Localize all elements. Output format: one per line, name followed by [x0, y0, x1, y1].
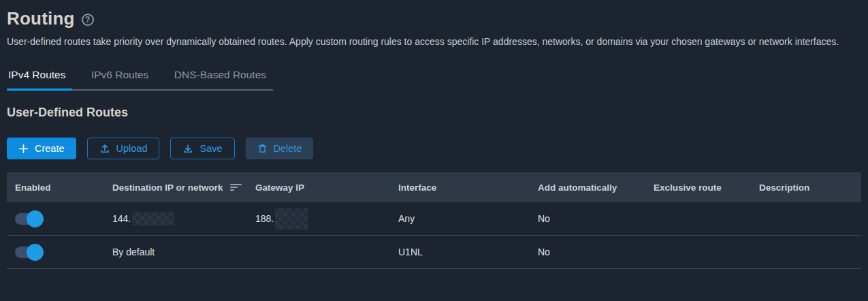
routes-table: Enabled Destination IP or network Gatewa… [7, 172, 861, 269]
column-header-gateway: Gateway IP [247, 183, 390, 193]
upload-button-label: Upload [116, 143, 148, 154]
destination-cell: 144. [104, 212, 247, 225]
tab-dns-based-routes[interactable]: DNS-Based Routes [167, 63, 273, 91]
add-automatically-cell: No [530, 247, 645, 257]
create-button-label: Create [35, 143, 65, 154]
column-header-description: Description [751, 183, 861, 193]
routing-page: Routing ? User-defined routes take prior… [0, 0, 868, 269]
page-title: Routing [7, 8, 75, 29]
tab-ipv4-routes[interactable]: IPv4 Routes [7, 63, 72, 91]
delete-button-label: Delete [274, 143, 302, 154]
routes-toolbar: Create Upload Save Delete [7, 138, 861, 159]
table-row[interactable]: 144. 188. Any No [7, 202, 861, 236]
column-header-interface: Interface [390, 183, 530, 193]
save-button-label: Save [199, 143, 222, 154]
enabled-cell [7, 210, 104, 227]
tab-ipv6-routes[interactable]: IPv6 Routes [84, 63, 155, 91]
destination-cell: By default [104, 247, 247, 257]
page-header: Routing ? [7, 8, 861, 29]
sort-icon[interactable] [230, 184, 242, 191]
routes-tab-bar: IPv4 Routes IPv6 Routes DNS-Based Routes [7, 63, 273, 91]
create-button[interactable]: Create [7, 138, 76, 159]
help-icon[interactable]: ? [82, 14, 94, 26]
enabled-toggle[interactable] [15, 210, 44, 227]
download-icon [182, 143, 193, 154]
column-header-add-automatically: Add automatically [530, 183, 645, 193]
add-automatically-cell: No [530, 213, 645, 224]
interface-cell: U1NL [390, 247, 530, 257]
column-header-destination: Destination IP or network [104, 183, 247, 193]
redacted-gateway [275, 208, 308, 229]
trash-icon [257, 143, 268, 154]
gateway-cell: 188. [247, 208, 390, 229]
routes-table-header: Enabled Destination IP or network Gatewa… [7, 172, 861, 202]
enabled-toggle[interactable] [15, 244, 44, 261]
interface-cell: Any [390, 213, 530, 224]
column-header-enabled: Enabled [7, 183, 104, 193]
table-row[interactable]: By default U1NL No [7, 236, 861, 269]
plus-icon [18, 144, 29, 154]
redacted-destination [132, 212, 174, 225]
column-header-exclusive-route: Exclusive route [645, 183, 751, 193]
enabled-cell [7, 244, 104, 261]
upload-icon [99, 143, 110, 154]
save-button[interactable]: Save [170, 138, 234, 159]
section-heading: User-Defined Routes [7, 106, 861, 120]
upload-button[interactable]: Upload [87, 138, 160, 159]
page-description: User-defined routes take priority over d… [7, 36, 861, 47]
delete-button[interactable]: Delete [246, 138, 314, 159]
